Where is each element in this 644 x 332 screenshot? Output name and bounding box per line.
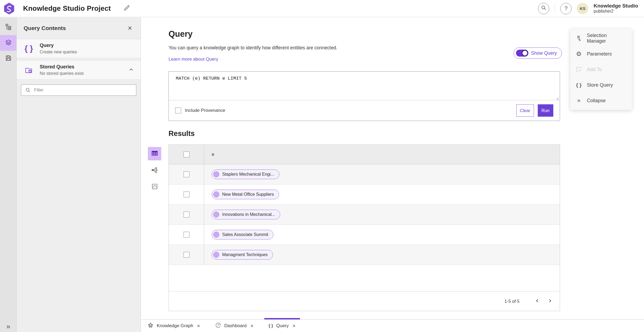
user-menu[interactable]: Knowledge Studio publisher2 — [594, 3, 638, 14]
menu-item-label: Parameters — [587, 51, 612, 57]
table-row[interactable]: New Metal Office Suppliers — [169, 185, 560, 205]
entity-pill[interactable]: Staplers Mechanical Engi... — [212, 169, 279, 179]
braces-icon: { } — [269, 323, 273, 328]
panel-item-title: Stored Queries — [40, 64, 84, 70]
dashboard-icon — [215, 322, 221, 330]
avatar-initials: KS — [580, 6, 586, 11]
toggle-switch[interactable] — [516, 50, 528, 57]
panel-item-stored-queries[interactable]: Stored Queries No stored queries exist — [17, 60, 141, 80]
menu-item-parameters[interactable]: ⚙ Parameters — [570, 46, 632, 62]
close-tab-icon[interactable]: × — [292, 323, 296, 329]
close-tab-icon[interactable]: × — [197, 323, 200, 329]
bottom-tab-bar: Knowledge Graph × Dashboard × { } Query … — [141, 319, 644, 332]
header-divider — [555, 3, 555, 14]
include-provenance-label: Include Provenance — [185, 108, 225, 113]
include-provenance-checkbox[interactable] — [175, 108, 181, 113]
edit-title-button[interactable] — [122, 3, 131, 13]
entity-pill[interactable]: New Metal Office Suppliers — [212, 190, 279, 199]
row-checkbox[interactable] — [184, 171, 189, 177]
table-view-button[interactable] — [148, 147, 161, 160]
next-page-button[interactable] — [546, 297, 554, 305]
table-row[interactable]: Innovations in Mechanical... — [169, 205, 560, 225]
user-name: Knowledge Studio — [594, 3, 638, 9]
menu-item-collapse[interactable]: » Collapse — [570, 93, 632, 108]
map-icon — [151, 183, 158, 191]
menu-item-store-query[interactable]: { } Store Query — [570, 77, 632, 93]
resize-grip[interactable] — [555, 96, 559, 101]
results-title: Results — [169, 130, 195, 138]
app-logo-icon[interactable] — [3, 3, 15, 14]
link-chart-view-button[interactable] — [148, 164, 161, 177]
table-header-row: e — [169, 145, 560, 164]
app-window: Knowledge Studio Project ? KS Knowledge … — [0, 0, 644, 332]
collapse-section-button[interactable] — [128, 66, 135, 74]
rail-item-save[interactable] — [0, 51, 17, 66]
results-table: e Staplers Mechanical Engi... New Metal … — [169, 145, 560, 311]
menu-item-label: Selection Manager — [587, 33, 627, 44]
add-to-icon — [575, 66, 583, 73]
header-actions: ? KS Knowledge Studio publisher2 — [538, 3, 644, 14]
user-avatar[interactable]: KS — [577, 3, 588, 14]
table-row[interactable]: Staplers Mechanical Engi... — [169, 164, 560, 185]
main-content: Query You can query a knowledge graph to… — [141, 17, 644, 332]
entity-pill[interactable]: Innovations in Mechanical... — [212, 210, 280, 219]
chevron-up-icon — [129, 69, 134, 73]
entity-node-icon — [213, 212, 219, 217]
query-textarea[interactable]: MATCH (e) RETURN e LIMIT 5 — [169, 72, 560, 100]
filter-input[interactable] — [21, 84, 136, 96]
select-all-checkbox[interactable] — [184, 152, 189, 157]
query-controls-row: Include Provenance Clear Run — [169, 100, 560, 121]
chevron-right-icon — [548, 298, 552, 304]
column-header-e: e — [204, 145, 560, 164]
toggle-knob — [522, 50, 528, 56]
rail-item-layers[interactable] — [0, 35, 17, 51]
tab-query[interactable]: { } Query × — [266, 320, 298, 332]
entity-label: Sales Associate Summit — [222, 232, 268, 237]
rail-item-data-model[interactable] — [0, 20, 17, 35]
row-checkbox[interactable] — [184, 252, 189, 258]
close-tab-icon[interactable]: × — [250, 323, 254, 329]
show-query-toggle[interactable]: Show Query — [514, 47, 562, 59]
previous-page-button[interactable] — [533, 297, 541, 305]
panel-close-button[interactable]: × — [126, 24, 134, 32]
entity-label: Managment Techniques — [222, 252, 268, 257]
braces-icon: { } — [23, 44, 35, 53]
table-row[interactable]: Managment Techniques — [169, 245, 560, 265]
learn-more-link[interactable]: Learn more about Query — [169, 57, 218, 62]
pencil-icon — [123, 8, 130, 12]
knowledge-graph-icon — [148, 322, 153, 330]
table-icon — [151, 150, 158, 158]
row-checkbox[interactable] — [184, 191, 189, 197]
user-role: publisher2 — [594, 9, 638, 14]
table-row[interactable]: Sales Associate Summit — [169, 225, 560, 245]
results-view-toolbar — [148, 147, 161, 197]
row-checkbox[interactable] — [184, 232, 189, 238]
entity-node-icon — [213, 191, 219, 197]
entity-label: New Metal Office Suppliers — [222, 192, 274, 197]
clear-button[interactable]: Clear — [516, 104, 534, 117]
tab-label: Knowledge Graph — [157, 323, 193, 329]
entity-pill[interactable]: Sales Associate Summit — [212, 230, 273, 239]
row-checkbox[interactable] — [184, 212, 189, 217]
rail-expand-button[interactable]: » — [0, 323, 17, 330]
menu-item-label: Add To — [587, 67, 602, 72]
entity-node-icon — [213, 232, 219, 238]
menu-item-selection-manager[interactable]: Selection Manager — [570, 31, 632, 46]
project-title: Knowledge Studio Project — [23, 4, 111, 13]
search-button[interactable] — [538, 3, 549, 14]
panel-item-query[interactable]: { } Query Create new queries — [17, 39, 141, 58]
folder-icon — [23, 66, 35, 74]
run-button[interactable]: Run — [538, 104, 553, 117]
tab-dashboard[interactable]: Dashboard × — [213, 320, 256, 332]
entity-label: Staplers Mechanical Engi... — [222, 172, 274, 177]
toggle-label: Show Query — [531, 50, 557, 56]
chevron-left-icon — [535, 298, 540, 304]
top-header: Knowledge Studio Project ? KS Knowledge … — [0, 0, 644, 17]
entity-pill[interactable]: Managment Techniques — [212, 250, 273, 260]
page-title: Query — [169, 29, 193, 39]
help-button[interactable]: ? — [560, 3, 572, 14]
pagination-label: 1-5 of 5 — [504, 299, 519, 304]
map-view-button[interactable] — [148, 180, 161, 194]
tab-knowledge-graph[interactable]: Knowledge Graph × — [145, 320, 202, 332]
query-actions-menu: Selection Manager ⚙ Parameters Add To { … — [570, 29, 632, 110]
